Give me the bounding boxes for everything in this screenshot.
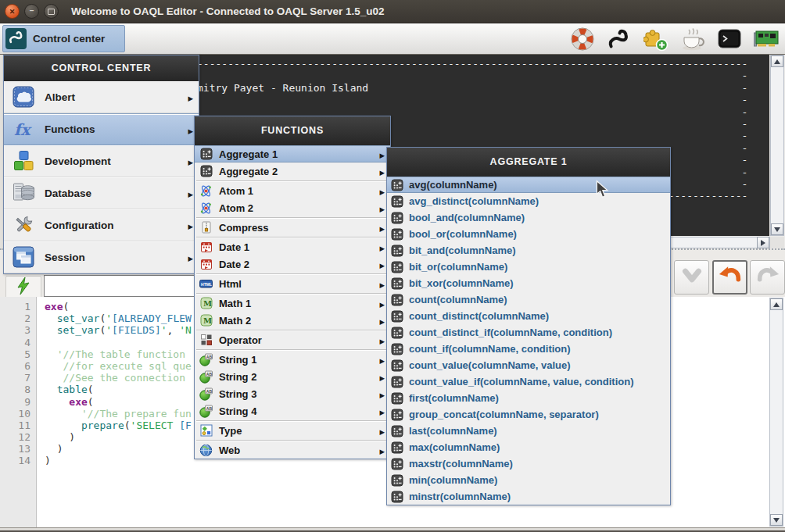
toolbar-icon-button[interactable] <box>642 26 670 52</box>
menu-item[interactable]: Configuration <box>4 209 199 241</box>
menu-item-label: Database <box>45 187 91 199</box>
menu-item[interactable]: AB String 2 <box>195 368 390 385</box>
menu-item[interactable]: Atom 1 <box>195 182 390 199</box>
control-center-label: Control center <box>33 33 105 45</box>
code-text: exe( <box>38 396 94 408</box>
aggregate-icon <box>391 212 403 224</box>
toolbar-icon-button[interactable] <box>605 26 633 52</box>
menu-item[interactable]: AB String 3 <box>195 385 390 402</box>
menu-item[interactable]: count_if(columnName, condition) <box>387 341 670 357</box>
menu-item[interactable]: bit_or(columnName) <box>387 259 670 275</box>
menu-item[interactable]: Aggregate 2 <box>195 162 390 180</box>
albert-icon <box>12 85 35 109</box>
menu-item[interactable]: Session <box>4 241 199 273</box>
submenu-arrow-icon <box>188 186 193 200</box>
menu-item[interactable]: last(columnName) <box>387 423 670 439</box>
code-text: '//The prepare fun <box>38 408 192 420</box>
menu-item[interactable]: count_value(columnName, value) <box>387 357 670 373</box>
string-icon: AB <box>199 387 213 401</box>
session-icon <box>12 245 35 269</box>
menu-item[interactable]: maxstr(columnName) <box>387 455 670 472</box>
line-number: 4 <box>0 337 38 348</box>
menu-item[interactable]: Web <box>195 441 390 459</box>
menu-item-label: String 3 <box>219 388 256 400</box>
menu-item-label: Session <box>45 252 85 263</box>
menu-item[interactable]: Development <box>4 145 199 177</box>
menu-item[interactable]: Type <box>195 422 390 439</box>
menu-item[interactable]: count_distinct(columnName) <box>387 308 670 324</box>
menu-item-label: count_value_if(columnName, value, condit… <box>409 376 634 387</box>
network-card-icon <box>752 27 780 51</box>
menu-item[interactable]: M Math 1 <box>195 295 390 312</box>
menu-item[interactable]: AB String 1 <box>195 351 390 368</box>
menu-item-label: Html <box>219 278 242 290</box>
menu-item[interactable]: Compress <box>195 219 390 236</box>
menu-item-label: Aggregate 2 <box>219 166 278 177</box>
menu-item[interactable]: Operator <box>195 331 390 348</box>
submenu-arrow-icon <box>379 352 385 366</box>
scroll-up-button[interactable] <box>771 55 783 67</box>
menu-item[interactable]: count_distinct_if(columnName, condition) <box>387 324 670 341</box>
menu-item[interactable]: fx Functions <box>4 113 199 145</box>
scroll-down-button[interactable] <box>771 223 783 235</box>
submenu-arrow-icon <box>379 333 385 347</box>
menu-item-label: avg_distinct(columnName) <box>409 195 539 207</box>
menu-item[interactable]: HTML Html <box>195 275 390 292</box>
undo-button[interactable] <box>712 260 747 295</box>
menu-item[interactable]: bit_and(columnName) <box>387 242 670 259</box>
menu-item[interactable]: min(columnName) <box>387 472 670 488</box>
console-vertical-scrollbar[interactable] <box>770 55 784 236</box>
menu-item[interactable]: Date 1 <box>195 238 390 255</box>
scroll-down-button[interactable] <box>770 514 783 526</box>
submenu-arrow-icon <box>379 164 385 178</box>
menu-item-label: bool_or(columnName) <box>409 228 517 240</box>
maximize-button[interactable] <box>44 4 59 19</box>
menu-item[interactable]: bool_and(columnName) <box>387 209 670 226</box>
menu-item[interactable]: Date 2 <box>195 255 390 273</box>
date-icon <box>199 258 213 271</box>
menu-item[interactable]: max(columnName) <box>387 439 670 455</box>
menu-item[interactable]: AB String 4 <box>195 402 390 420</box>
menu-item[interactable]: M Math 2 <box>195 312 390 329</box>
menu-item[interactable]: bool_or(columnName) <box>387 226 670 242</box>
code-text: ) <box>38 455 51 466</box>
line-number: 7 <box>0 372 38 384</box>
toolbar-icon-button[interactable] <box>752 26 780 52</box>
aggregate-icon <box>391 359 403 372</box>
menu-item[interactable]: count_value_if(columnName, value, condit… <box>387 373 670 390</box>
menu-item[interactable]: group_concat(columnName, separator) <box>387 406 670 423</box>
scroll-right-button[interactable] <box>757 237 769 248</box>
editor-vertical-scrollbar[interactable] <box>769 298 783 527</box>
run-button[interactable] <box>5 276 41 298</box>
menu-item[interactable]: avg(columnName) <box>387 177 670 193</box>
aggregate-icon <box>391 409 403 421</box>
scroll-up-button[interactable] <box>770 298 783 310</box>
menu-item-label: count(columnName) <box>409 294 507 305</box>
redo-button[interactable] <box>750 260 785 295</box>
menu-item[interactable]: first(columnName) <box>387 390 670 406</box>
minimize-button[interactable] <box>24 4 39 19</box>
menu-item[interactable]: bit_xor(columnName) <box>387 275 670 291</box>
close-button[interactable] <box>5 4 20 19</box>
submenu-arrow-icon <box>379 220 385 234</box>
toolbar-icon-button[interactable] <box>568 26 597 52</box>
menu-item[interactable]: avg_distinct(columnName) <box>387 193 670 209</box>
menu-item[interactable]: Albert <box>4 81 199 113</box>
toolbar-icon-button[interactable] <box>715 26 744 52</box>
submenu-arrow-icon <box>379 387 385 401</box>
toolbar-icon-button[interactable] <box>679 26 707 52</box>
code-text: //See the connection <box>38 372 185 384</box>
editor-command-input[interactable] <box>44 275 206 297</box>
menu-item[interactable]: Database <box>4 177 199 209</box>
menu-item[interactable]: Aggregate 1 <box>195 145 390 162</box>
menu-item[interactable]: Atom 2 <box>195 199 390 216</box>
menu-item[interactable]: count(columnName) <box>387 291 670 308</box>
menu-item-label: bit_xor(columnName) <box>409 277 514 289</box>
menu-item[interactable]: minstr(columnName) <box>387 488 670 505</box>
aggregate-icon <box>391 491 403 503</box>
string-icon: AB <box>199 353 213 366</box>
toolbar-right-icons <box>568 25 780 52</box>
aggregate-icon <box>391 392 403 405</box>
collapse-button[interactable] <box>674 260 709 295</box>
control-center-button[interactable]: Control center <box>2 25 125 52</box>
